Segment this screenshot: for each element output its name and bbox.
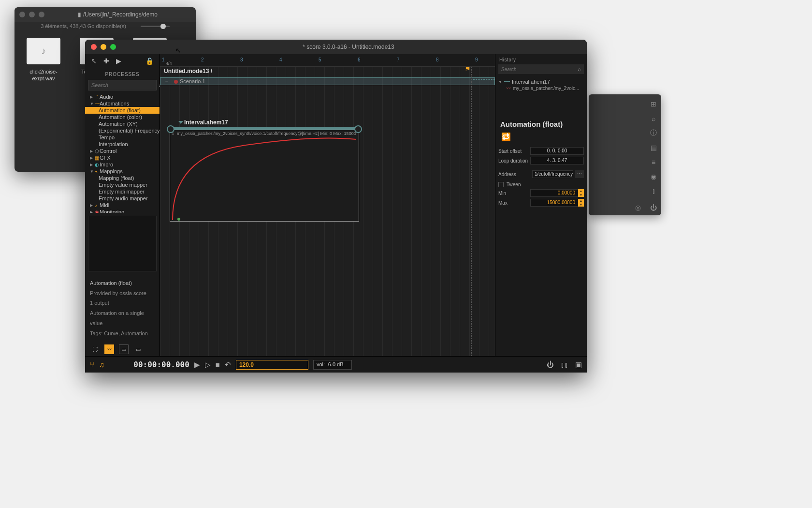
fullscreen-icon[interactable]: ⛶ [90,344,100,354]
music-icon[interactable]: ♫ [99,360,104,369]
processes-sidebar: ↖ ✚ ▶ 🔒 PROCESSES ⌕ ▶⋮⋮Audio ▼〰Automatio… [85,54,160,356]
ruler-tick: 5 [319,57,321,62]
start-offset-field[interactable]: 0. 0. 0.00 [530,147,584,155]
maximize-button[interactable] [39,12,44,17]
tree-monitoring[interactable]: ▶◉Monitoring [85,209,160,213]
history-search[interactable]: ⌕ [498,64,584,74]
play-button[interactable]: ▶ [194,360,200,369]
tree-empty-value[interactable]: Empty value mapper [85,181,160,188]
mixer-button[interactable]: ⫿⫿ [561,360,568,369]
branch-icon[interactable]: ⑂ [90,360,94,369]
stop-button[interactable]: ■ [216,360,220,369]
tree-tempo[interactable]: Tempo [85,134,160,141]
ruler-tick: 2 [201,57,204,62]
process-search[interactable]: ⌕ [88,80,157,90]
tempo-field[interactable]: 120.0 [236,360,308,370]
maximize-button[interactable] [110,44,116,50]
ruler-tick: 7 [397,57,400,62]
tree-empty-midi[interactable]: Empty midi mapper [85,188,160,195]
tree-control[interactable]: ▶⬡Control [85,148,160,154]
interval-bar[interactable] [170,127,359,130]
output-button[interactable]: ▣ [575,360,582,369]
info-desc: Automation on a single value [90,308,155,329]
rewind-button[interactable]: ↶ [225,360,231,369]
loop-duration-label: Loop duration [498,158,530,164]
icon-size-slider[interactable] [141,26,170,27]
add-tool[interactable]: ✚ [103,57,109,65]
tree-automation-color[interactable]: Automation (color) [85,114,160,120]
scenario-header[interactable]: ≡ Scenario.1 [160,77,495,85]
tree-automations[interactable]: ▼〰Automations [85,100,160,107]
lock-icon[interactable]: 🔒 [145,57,154,65]
time-ruler[interactable]: 1 2 3 4 5 6 7 8 9 4/4 [160,54,495,67]
power-icon[interactable]: ⏻ [649,203,658,212]
tree-interpolation[interactable]: Interpolation [85,141,160,148]
view-mode-folder[interactable]: ▭ [133,344,143,354]
minimize-button[interactable] [101,44,106,50]
tree-automation-float[interactable]: Automation (float) [85,107,160,114]
grid-icon[interactable]: ⊞ [649,99,658,109]
close-button[interactable] [91,44,97,50]
tree-automation-xy[interactable]: Automation (XY) [85,120,160,127]
audio-file-icon: ♪ [27,38,60,64]
layers-icon[interactable]: ▤ [649,143,658,152]
ruler-tick: 8 [436,57,439,62]
play-tool[interactable]: ▶ [116,57,121,65]
tree-empty-audio[interactable]: Empty audio mapper [85,195,160,202]
close-button[interactable] [19,12,25,17]
breadcrumb[interactable]: Untitled.mode13 / [164,68,212,75]
scenario-area[interactable]: Untitled.mode13 / ≡ Scenario.1 ⚑ Interva… [160,67,495,356]
info-icon[interactable]: ⓘ [649,128,658,138]
search-icon: ⌕ [578,66,581,73]
history-interval[interactable]: ▼Interval.ahem17 [498,78,584,86]
minimize-button[interactable] [29,12,35,17]
list-icon[interactable]: ≡ [649,157,658,167]
history-header: History [495,54,587,64]
spin-up[interactable]: ▲ [578,189,584,193]
volume-field[interactable]: vol: -6.0 dB [313,360,352,370]
hamburger-icon[interactable]: ≡ [165,79,168,85]
search-icon[interactable]: ⌕ [649,114,658,123]
interval-block[interactable]: Interval.ahem17 my_ossia_patcher:/my_2vo… [170,119,359,222]
max-field[interactable]: 15000.00000 [530,199,578,207]
view-mode-image[interactable]: ▭ [119,344,129,354]
end-guide [471,67,472,356]
address-field[interactable]: 1/cutoff/frequency@[time.Hz] [532,170,573,178]
view-mode-curve[interactable]: 〰 [104,344,114,354]
search-input[interactable] [91,82,159,88]
tween-label: Tween [507,182,521,187]
target-icon[interactable]: ◎ [633,203,643,212]
record-indicator [174,80,178,84]
address-browse-button[interactable]: ⋯ [575,170,584,178]
spin-down[interactable]: ▼ [578,203,584,207]
history-address[interactable]: 〰my_ossia_patcher:/my_2voic... [498,86,584,91]
automation-process[interactable]: my_ossia_patcher:/my_2voices_synth/voice… [170,130,359,222]
finder-titlebar: ▮/Users/jln/_Recordings/demo [14,7,196,22]
loop-icon[interactable]: 🔁 [495,132,587,146]
finder-status: 3 éléments, 438,43 Go disponible(s) [14,22,196,30]
min-field[interactable]: 0.00000 [530,189,578,197]
tree-gfx[interactable]: ▶▦GFX [85,154,160,161]
tree-midi[interactable]: ▶♪Midi [85,202,160,209]
play-from-button[interactable]: ▷ [205,360,211,369]
tree-impro[interactable]: ▶◐Impro [85,161,160,168]
automation-curve[interactable] [170,137,359,221]
tree-mapping-float[interactable]: Mapping (float) [85,175,160,181]
transport-bar: ⑂ ♫ 00:00:00.000 ▶ ▷ ■ ↶ 120.0 vol: -6.0… [85,356,587,373]
spin-up[interactable]: ▲ [578,199,584,203]
tree-freq-curve[interactable]: (Experimental) Frequency cu... [85,127,160,134]
pointer-tool[interactable]: ↖ [91,57,97,65]
end-marker-icon[interactable]: ⚑ [464,67,471,73]
search-input[interactable] [501,67,578,72]
power-button[interactable]: ⏻ [547,360,554,369]
tree-audio[interactable]: ▶⋮⋮Audio [85,93,160,100]
sliders-icon[interactable]: ⫿ [649,186,658,196]
tree-mappings[interactable]: ▼⌁Mappings [85,168,160,175]
camera-icon[interactable]: ◉ [649,172,658,181]
process-info: Automation (float) Provided by ossia sco… [85,274,160,343]
info-tags: Tags: Curve, Automation [90,329,155,339]
file-item[interactable]: ♪ click2noise-exrpt.wav [22,38,65,82]
spin-down[interactable]: ▼ [578,193,584,197]
tween-checkbox[interactable] [498,182,504,187]
loop-duration-field[interactable]: 4. 3. 0.47 [530,157,584,164]
